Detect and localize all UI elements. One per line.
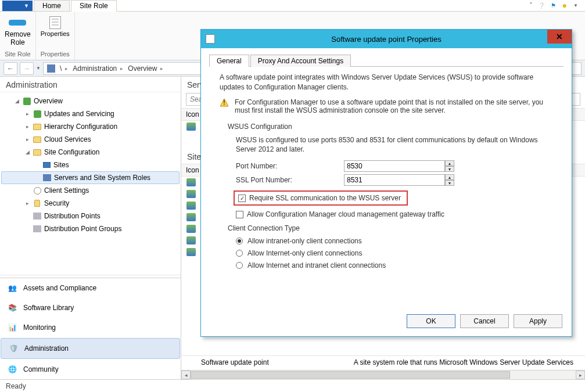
spin-down-button[interactable]: ▼ xyxy=(445,180,454,186)
wunder-community[interactable]: 🌐Community xyxy=(0,359,181,379)
properties-button[interactable]: Properties xyxy=(41,30,70,38)
remove-role-button[interactable]: RemoveRole xyxy=(5,30,31,47)
role-icon xyxy=(186,213,196,222)
breadcrumb-seg[interactable]: \ xyxy=(60,64,62,73)
role-icon xyxy=(186,247,196,257)
updates-icon xyxy=(34,110,41,118)
spin-up-button[interactable]: ▲ xyxy=(445,160,454,166)
radio-internet-only[interactable] xyxy=(236,250,243,257)
remove-role-icon[interactable] xyxy=(8,16,27,29)
tab-home[interactable]: Home xyxy=(34,0,70,12)
intro-text: A software update point integrates with … xyxy=(220,73,553,92)
apply-button[interactable]: Apply xyxy=(514,314,562,328)
port-number-label: Port Number: xyxy=(236,162,344,170)
panel-header: Administration xyxy=(0,77,181,92)
scroll-left-button[interactable]: ◂ xyxy=(181,371,191,379)
tree-item-siteconfig[interactable]: ◢Site Configuration xyxy=(1,146,180,159)
chevron-up-icon[interactable]: ˆ xyxy=(530,2,532,9)
tree-item-client-settings[interactable]: Client Settings xyxy=(1,184,180,197)
cancel-button[interactable]: Cancel xyxy=(460,314,509,328)
ok-button[interactable]: OK xyxy=(407,314,455,328)
tree-item-servers[interactable]: Servers and Site System Roles xyxy=(1,171,180,184)
allow-cloud-gateway-checkbox[interactable] xyxy=(236,211,243,218)
dialog-titlebar[interactable]: Software update point Properties ✕ xyxy=(201,30,572,48)
client-connection-header: Client Connection Type xyxy=(228,224,553,232)
tree-item-hierarchy[interactable]: ▸Hierarchy Configuration xyxy=(1,120,180,133)
radio-internet-only-label: Allow Internet-only client connections xyxy=(247,249,362,257)
role-icon xyxy=(186,178,196,187)
spin-down-button[interactable]: ▼ xyxy=(445,166,454,172)
monitoring-icon: 📊 xyxy=(6,321,19,334)
wunder-library[interactable]: 📚Software Library xyxy=(0,298,181,318)
wunder-monitoring[interactable]: 📊Monitoring xyxy=(0,318,181,337)
nav-history-dropdown[interactable]: ▼ xyxy=(36,66,41,71)
nav-forward-button[interactable]: → xyxy=(20,62,34,75)
wunder-admin[interactable]: 🛡️Administration xyxy=(1,338,180,359)
folder-icon xyxy=(33,124,41,130)
horizontal-scrollbar[interactable]: ◂ ▸ xyxy=(181,370,585,379)
ribbon-group-properties: Properties Properties xyxy=(36,12,75,60)
scroll-track[interactable] xyxy=(191,371,576,379)
assets-icon: 👥 xyxy=(6,282,19,294)
warning-icon: ! xyxy=(220,98,229,107)
library-icon: 📚 xyxy=(6,301,19,314)
lock-icon xyxy=(34,200,40,207)
overview-icon xyxy=(23,98,31,105)
tree-item-sites[interactable]: Sites xyxy=(1,159,180,171)
flag-icon[interactable]: ⚑ xyxy=(551,2,556,9)
tree-item-dp-groups[interactable]: Distribution Point Groups xyxy=(1,222,180,235)
wunderbar: 👥Assets and Compliance 📚Software Library… xyxy=(0,278,181,379)
ribbon-group-title: Site Role xyxy=(5,49,31,57)
radio-intranet-only[interactable] xyxy=(236,238,243,244)
status-text: Ready xyxy=(6,382,26,390)
tree-item-security[interactable]: ▸Security xyxy=(1,197,180,210)
allow-cloud-gateway-label: Allow Configuration Manager cloud manage… xyxy=(247,210,444,218)
svg-text:!: ! xyxy=(223,99,225,107)
tree-item-updates[interactable]: ▸Updates and Servicing xyxy=(1,107,180,120)
dialog-tabs: General Proxy And Account Settings xyxy=(209,54,564,67)
distribution-point-icon xyxy=(33,213,41,220)
ssl-port-label: SSL Port Number: xyxy=(236,176,344,184)
role-name: Software update point xyxy=(201,358,269,366)
breadcrumb-seg[interactable]: Administration xyxy=(73,64,117,73)
wunder-assets[interactable]: 👥Assets and Compliance xyxy=(0,278,181,298)
scroll-right-button[interactable]: ▸ xyxy=(576,371,585,379)
close-button[interactable]: ✕ xyxy=(547,30,572,44)
nav-back-button[interactable]: ← xyxy=(3,62,17,75)
radio-both[interactable] xyxy=(236,262,243,269)
ssl-port-spinner[interactable]: ▲▼ xyxy=(344,174,454,186)
radio-both-label: Allow Internet and intranet client conne… xyxy=(247,261,386,269)
role-description: A site system role that runs Microsoft W… xyxy=(354,358,573,366)
port-number-input[interactable] xyxy=(344,160,445,172)
spin-up-button[interactable]: ▲ xyxy=(445,174,454,180)
ribbon-group-site-role: RemoveRole Site Role xyxy=(0,12,36,60)
properties-icon[interactable] xyxy=(46,16,64,29)
radio-intranet-only-label: Allow intranet-only client connections xyxy=(247,237,362,245)
tab-site-role[interactable]: Site Role xyxy=(71,0,117,12)
server-icon xyxy=(186,122,196,131)
folder-icon xyxy=(33,136,41,143)
selected-role-row[interactable]: Software update point A site system role… xyxy=(181,355,585,369)
distribution-point-groups-icon xyxy=(33,225,41,232)
breadcrumb-seg[interactable]: Overview xyxy=(128,64,157,73)
app-menu-dropdown[interactable]: ▼ xyxy=(2,1,33,11)
dialog-button-row: OK Cancel Apply xyxy=(201,310,572,336)
role-icon xyxy=(186,224,196,233)
tree-item-overview[interactable]: ◢Overview xyxy=(1,95,180,107)
gear-icon xyxy=(34,187,41,195)
navigation-panel: Administration ◢Overview ▸Updates and Se… xyxy=(0,77,181,379)
require-ssl-label: Require SSL communication to the WSUS se… xyxy=(249,194,401,202)
chevron-down-icon[interactable]: ▼ xyxy=(573,3,578,8)
face-smile-icon[interactable]: ☻ xyxy=(562,2,568,9)
tab-general[interactable]: General xyxy=(209,55,249,67)
tree-item-dp[interactable]: Distribution Points xyxy=(1,210,180,222)
require-ssl-checkbox[interactable]: ✓ xyxy=(238,195,246,202)
scroll-thumb[interactable] xyxy=(191,371,510,379)
tab-proxy[interactable]: Proxy And Account Settings xyxy=(250,55,351,67)
port-number-spinner[interactable]: ▲▼ xyxy=(344,160,454,172)
ssl-port-input[interactable] xyxy=(344,174,445,186)
help-icon[interactable]: ❔ xyxy=(538,2,545,9)
titlebar-right-icons: ˆ ❔ ⚑ ☻ ▼ xyxy=(530,2,585,9)
wsus-desc-text: WSUS is configured to use ports 8530 and… xyxy=(236,135,553,155)
tree-item-cloud[interactable]: ▸Cloud Services xyxy=(1,133,180,146)
